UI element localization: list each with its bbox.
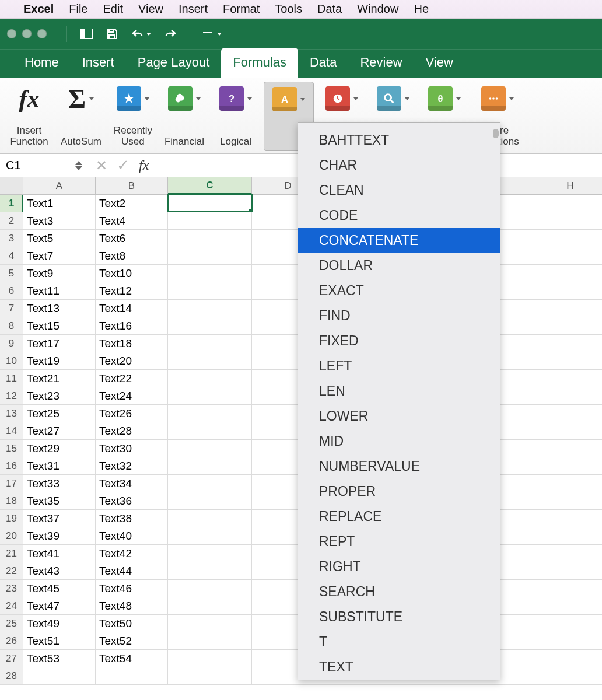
cell[interactable]: Text5 [23,230,96,247]
cell[interactable] [96,667,168,684]
cell[interactable]: Text24 [96,387,168,404]
cell[interactable]: Text45 [23,580,96,597]
row-header[interactable]: 24 [0,597,23,614]
row-header[interactable]: 14 [0,422,23,439]
row-header[interactable]: 17 [0,475,23,492]
dropdown-item-rept[interactable]: REPT [298,529,500,554]
cell[interactable] [168,247,252,264]
row-header[interactable]: 9 [0,335,23,352]
cell[interactable] [168,212,252,229]
cell[interactable]: Text15 [23,317,96,334]
col-header-A[interactable]: A [23,177,96,194]
cell[interactable]: Text18 [96,335,168,352]
cell[interactable]: Text28 [96,422,168,439]
cell[interactable]: Text8 [96,247,168,264]
cell[interactable] [168,492,252,509]
cell[interactable] [168,562,252,579]
redo-icon[interactable] [160,24,180,44]
tab-page-layout[interactable]: Page Layout [126,48,222,78]
cell[interactable] [528,422,602,439]
cell[interactable] [168,457,252,474]
cell[interactable]: Text39 [23,527,96,544]
row-header[interactable]: 8 [0,317,23,334]
row-header[interactable]: 4 [0,247,23,264]
mac-menu-data[interactable]: Data [317,2,342,16]
cell[interactable]: Text16 [96,317,168,334]
zoom-window-icon[interactable] [37,29,47,38]
row-header[interactable]: 12 [0,387,23,404]
cell[interactable]: Text21 [23,370,96,387]
cell[interactable] [168,422,252,439]
dropdown-item-bahttext[interactable]: BAHTTEXT [298,128,500,153]
dropdown-item-replace[interactable]: REPLACE [298,504,500,529]
cell[interactable]: Text52 [96,632,168,649]
cell[interactable] [528,650,602,667]
accept-formula-icon[interactable]: ✓ [117,156,130,174]
cell[interactable]: Text54 [96,650,168,667]
cell[interactable] [168,597,252,614]
cell[interactable] [168,387,252,404]
cell[interactable] [168,475,252,492]
name-box[interactable]: C1 [0,154,88,177]
dropdown-item-len[interactable]: LEN [298,379,500,404]
dropdown-scrollbar[interactable] [493,129,499,138]
mac-menu-tools[interactable]: Tools [275,2,302,16]
cell[interactable]: Text20 [96,352,168,369]
row-header[interactable]: 10 [0,352,23,369]
col-header-C[interactable]: C [168,177,252,194]
cell[interactable]: Text47 [23,597,96,614]
dropdown-item-substitute[interactable]: SUBSTITUTE [298,604,500,629]
cell[interactable] [168,667,252,684]
cell[interactable] [528,300,602,317]
cell[interactable]: Text31 [23,457,96,474]
cell[interactable]: Text33 [23,475,96,492]
cell[interactable]: Text51 [23,632,96,649]
cell[interactable] [528,510,602,527]
dropdown-item-t[interactable]: T [298,629,500,654]
row-header[interactable]: 15 [0,440,23,457]
row-header[interactable]: 22 [0,562,23,579]
cell[interactable] [168,265,252,282]
cell[interactable]: Text30 [96,440,168,457]
row-header[interactable]: 18 [0,492,23,509]
dropdown-item-proper[interactable]: PROPER [298,479,500,504]
mac-menu-view[interactable]: View [138,2,163,16]
cell[interactable]: Text4 [96,212,168,229]
mac-menu-format[interactable]: Format [223,2,260,16]
row-header[interactable]: 16 [0,457,23,474]
cell[interactable] [168,440,252,457]
cell[interactable] [528,352,602,369]
cell[interactable]: Text53 [23,650,96,667]
row-header[interactable]: 26 [0,632,23,649]
row-header[interactable]: 21 [0,545,23,562]
cell[interactable] [168,632,252,649]
dropdown-item-code[interactable]: CODE [298,203,500,228]
dropdown-item-find[interactable]: FIND [298,303,500,328]
cell[interactable] [168,352,252,369]
cell[interactable] [168,370,252,387]
row-header[interactable]: 3 [0,230,23,247]
cell[interactable] [168,195,252,212]
minimize-window-icon[interactable] [22,29,32,38]
cell[interactable]: Text40 [96,527,168,544]
cell[interactable]: Text42 [96,545,168,562]
row-header[interactable]: 23 [0,580,23,597]
window-controls[interactable] [7,29,47,38]
cell[interactable]: Text49 [23,615,96,632]
cell[interactable] [528,562,602,579]
cell[interactable] [168,230,252,247]
mac-menu-insert[interactable]: Insert [178,2,208,16]
toggle-sidebar-icon[interactable] [76,24,96,44]
cell[interactable] [528,265,602,282]
cell[interactable] [168,510,252,527]
tab-home[interactable]: Home [13,48,71,78]
cell[interactable]: Text29 [23,440,96,457]
cell[interactable]: Text12 [96,282,168,299]
cell[interactable]: Text43 [23,562,96,579]
dropdown-item-dollar[interactable]: DOLLAR [298,253,500,278]
cell[interactable] [528,440,602,457]
cell[interactable] [528,370,602,387]
row-header[interactable]: 28 [0,667,23,684]
tab-review[interactable]: Review [348,48,414,78]
cell[interactable]: Text32 [96,457,168,474]
